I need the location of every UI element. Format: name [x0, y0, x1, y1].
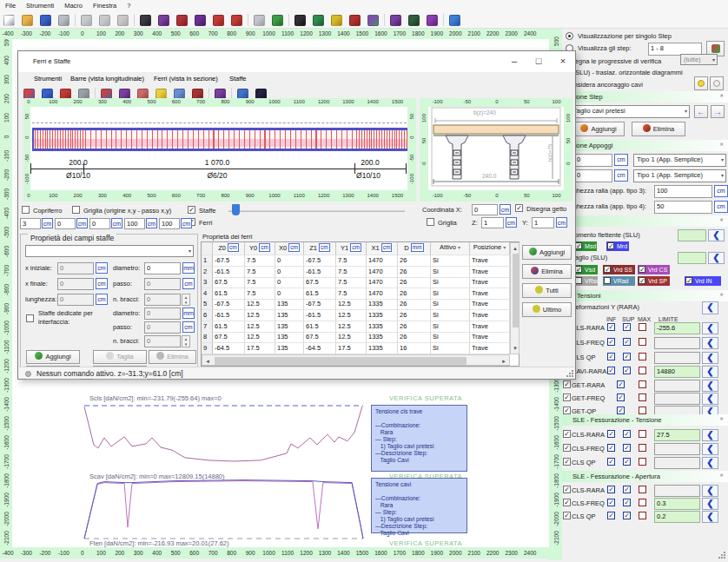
col-header-z1[interactable]: Z1cm	[304, 242, 336, 255]
dialog-menu-2[interactable]: Barre (vista longitudinale)	[70, 75, 144, 83]
slea-cls-freq-max-checkbox[interactable]	[639, 499, 646, 506]
slet-cls-qp-sup-checkbox[interactable]: ✓	[623, 458, 631, 466]
table-row[interactable]: 2-61.57.50-61.57.5147026SiTrave	[202, 267, 510, 278]
tens-cavi-rara-expand-button[interactable]: ❮	[702, 366, 718, 378]
maximize-button[interactable]: □	[526, 51, 551, 72]
slea-cls-rara-expand-button[interactable]: ❮	[702, 485, 718, 497]
stirrup-field-4[interactable]: 100	[124, 218, 145, 229]
table-row[interactable]: 1-67.57.50-67.57.5147026SiTrave	[202, 255, 510, 267]
h-scrollbar[interactable]: ◂▸	[202, 354, 510, 366]
interfaccia-spinner-3[interactable]: ▴▾	[182, 335, 190, 347]
col-header-x0[interactable]: X0cm	[275, 242, 304, 255]
copy-icon[interactable]	[99, 15, 110, 26]
staffe-left-field-2[interactable]: 0	[57, 278, 94, 290]
tens-cls-rara-inf-checkbox[interactable]: ✓	[607, 323, 615, 331]
staffe-right-field-2[interactable]: 0	[144, 278, 181, 290]
slea-cls-freq-limit-field[interactable]: 0.3	[654, 498, 700, 510]
slea-cls-freq-expand-button[interactable]: ❮	[702, 498, 718, 510]
col-header-d[interactable]: Dmm	[398, 242, 431, 255]
tens-cls-rara-limit-field[interactable]: -255.6	[654, 322, 700, 334]
interfaccia-checkbox[interactable]	[26, 314, 34, 322]
window-resize-grip[interactable]	[718, 551, 726, 559]
table-row[interactable]: 867.512.513567.512.5133526SiTrave	[202, 332, 510, 343]
tens-cls-freq-expand-button[interactable]: ❮	[702, 337, 718, 349]
staffe-elimina-button[interactable]: Elimina	[149, 350, 196, 364]
staffe-left-field-1[interactable]: 0	[57, 262, 94, 274]
col-header-y1[interactable]: Y1cm	[336, 242, 367, 255]
hourglass-green-icon[interactable]	[408, 15, 420, 26]
ferri-elimina-button[interactable]: Elimina	[522, 264, 572, 279]
table-row[interactable]: 5-67.512.5135-67.512.5133526SiTrave	[202, 299, 510, 310]
tens-cls-freq-max-checkbox[interactable]	[639, 338, 646, 346]
hook-purple-icon[interactable]	[427, 15, 438, 26]
stirrup-field-3[interactable]: 0	[89, 218, 110, 229]
collapse-icon[interactable]: »	[718, 219, 725, 221]
v-scrollbar[interactable]: ▴▾	[510, 242, 520, 354]
lamp-on-button[interactable]	[694, 76, 708, 90]
ralla3-input[interactable]: 100	[654, 185, 712, 198]
slet-cls-rara-max-checkbox[interactable]	[639, 430, 646, 438]
tens-get-rara-expand-button[interactable]: ❮	[702, 380, 718, 392]
checkbox-icon[interactable]	[604, 277, 611, 284]
interfaccia-field-3[interactable]: 0	[144, 335, 181, 347]
tens-cavi-rara-limit-field[interactable]: 14880	[654, 366, 700, 378]
person-green-icon[interactable]	[272, 15, 283, 26]
tens-cls-rara-max-checkbox[interactable]	[639, 323, 646, 331]
interfaccia-field-2[interactable]: 0	[144, 321, 181, 334]
chip-vrsd[interactable]: VRsd	[574, 276, 598, 286]
slea-cls-rara-limit-field[interactable]	[654, 485, 700, 497]
tens-cls-rara-expand-button[interactable]: ❮	[702, 322, 718, 334]
chip-vrd-in[interactable]: Vrd IN✓	[685, 276, 721, 286]
tens-get-freq-limit-field[interactable]	[654, 393, 700, 405]
staffe-aggiungi-button[interactable]: Aggiungi	[26, 350, 80, 364]
hourglass-icon[interactable]	[140, 15, 151, 26]
slet-cls-qp-expand-button[interactable]: ❮	[702, 457, 718, 469]
minimize-button[interactable]: –	[502, 51, 526, 72]
col-header-z0[interactable]: Z0cm	[213, 242, 245, 255]
appoggio-tipo-combo-1[interactable]: Tipo 1 (App. Semplice)▾	[633, 154, 726, 167]
arrow-down-red-icon[interactable]	[213, 15, 224, 26]
slea-cls-rara-sup-checkbox[interactable]: ✓	[623, 486, 631, 493]
slea-cls-freq-sup-checkbox[interactable]: ✓	[623, 499, 631, 506]
collapse-icon[interactable]: »	[718, 294, 725, 296]
tens-cls-qp-expand-button[interactable]: ❮	[702, 352, 718, 364]
gear-purple-icon[interactable]	[390, 15, 401, 26]
slet-cls-rara-expand-button[interactable]: ❮	[702, 429, 718, 441]
lamp-off-button[interactable]	[710, 76, 724, 90]
tens-get-rara-max-checkbox[interactable]	[639, 380, 646, 388]
table-row[interactable]: 9-64.517.5135-64.517.5133516SiTrave	[202, 343, 510, 354]
dialog-menu-4[interactable]: Staffe	[229, 75, 246, 83]
tens-cls-qp-inf-checkbox[interactable]: ✓	[607, 353, 615, 360]
slider-track[interactable]	[228, 210, 405, 212]
dialog-resize-grip[interactable]	[566, 369, 574, 378]
ralla4-input[interactable]: 50	[654, 201, 712, 214]
tens-cls-qp-max-checkbox[interactable]	[639, 353, 646, 360]
tool-multi-icon[interactable]	[367, 15, 379, 26]
brush-icon[interactable]	[158, 15, 169, 26]
slet-cls-freq-sup-checkbox[interactable]: ✓	[623, 444, 631, 452]
griglia-checkbox[interactable]	[72, 206, 80, 214]
menu-item-help[interactable]: ?	[122, 0, 136, 11]
staffe-campo-combo[interactable]: ▾	[25, 245, 194, 257]
col-header-y0[interactable]: Y0cm	[245, 242, 275, 255]
slet-cls-freq-limit-field[interactable]	[654, 443, 700, 455]
chip-vrd-ss[interactable]: Vrd SS✓	[603, 265, 635, 274]
staffe-taglia-button[interactable]: Taglia	[93, 350, 147, 364]
slea-cls-qp-expand-button[interactable]: ❮	[702, 511, 718, 523]
slet-cls-qp-limit-field[interactable]	[654, 457, 700, 469]
chip-vsd[interactable]: Vsd✓	[574, 265, 598, 274]
menu-item-macro[interactable]: Macro	[59, 0, 88, 11]
table-row[interactable]: 6-61.512.5135-61.512.5133526SiTrave	[202, 310, 510, 321]
dialog-titlebar[interactable]: Ferri e Staffe–□×	[18, 51, 575, 72]
disegna-getto-checkbox[interactable]: ✓	[515, 204, 523, 212]
tens-get-rara-limit-field[interactable]	[654, 380, 700, 392]
tens-get-qp-max-checkbox[interactable]	[639, 407, 646, 414]
collapse-icon[interactable]: »	[718, 95, 725, 97]
slet-cls-freq-inf-checkbox[interactable]: ✓	[607, 444, 615, 452]
tool-red-icon[interactable]	[349, 15, 361, 26]
save-icon[interactable]	[40, 15, 51, 26]
staffe-left-field-3[interactable]: 0	[57, 294, 94, 306]
tens-cls-freq-sup-checkbox[interactable]: ✓	[623, 338, 631, 346]
chip-vrd-cs[interactable]: Vrd CS✓	[638, 265, 670, 274]
checkbox-icon[interactable]: ✓	[639, 266, 645, 273]
